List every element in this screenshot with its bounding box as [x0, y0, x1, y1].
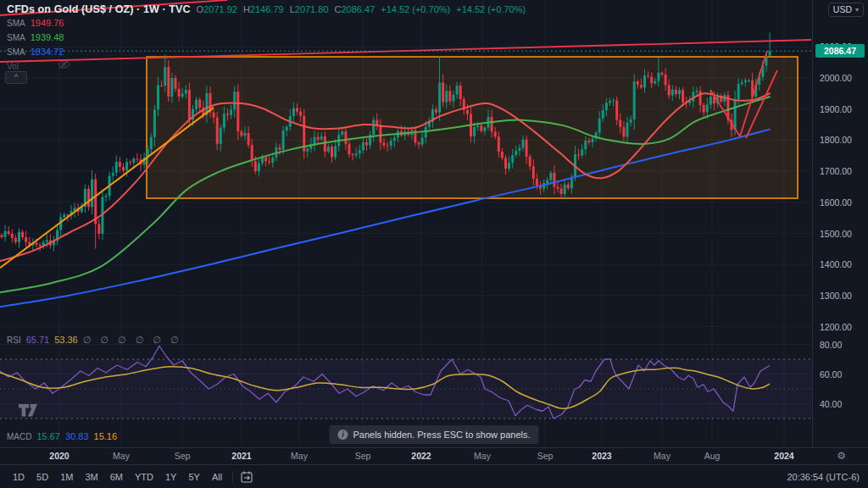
time-tick-label: Sep [537, 451, 554, 461]
toast-text: Panels hidden. Press ESC to show panels. [353, 430, 530, 440]
price-tick-label: 1800.00 [820, 135, 852, 145]
currency-value: USD [833, 3, 852, 16]
time-tick-label: 2021 [231, 451, 251, 461]
rsi-label: RSI [7, 336, 21, 345]
price-tick-label: 1600.00 [820, 197, 852, 208]
sma-value: 1939.48 [31, 32, 64, 42]
time-tick-label: Sep [175, 451, 191, 461]
rsi-empty-values: ∅ ∅ ∅ ∅ ∅ ∅ [83, 335, 182, 346]
range-button-all[interactable]: All [208, 470, 226, 484]
go-to-date-button[interactable] [241, 471, 253, 483]
time-tick-label: May [654, 451, 670, 461]
sma-legend-row[interactable]: SMA1949.76 [7, 18, 64, 28]
chevron-down-icon: ▾ [855, 3, 859, 16]
clock-display: 20:36:54 (UTC-6) [787, 472, 860, 482]
eye-hidden-icon[interactable] [58, 59, 70, 71]
range-button-1m[interactable]: 1M [56, 470, 77, 484]
price-tick-label: 2000.00 [820, 73, 852, 83]
close-value: 2086.47 [341, 4, 375, 14]
rsi-tick-label: 80.00 [820, 340, 842, 350]
time-tick-label: Sep [355, 451, 371, 461]
sma-label: SMA [7, 33, 25, 42]
low-value: 2071.80 [295, 4, 329, 14]
rsi-legend-row[interactable]: RSI 65.71 53.36 ∅ ∅ ∅ ∅ ∅ ∅ [7, 335, 182, 346]
sma-label: SMA [7, 47, 25, 57]
range-button-1d[interactable]: 1D [8, 470, 29, 484]
time-tick-label: 2024 [774, 451, 793, 461]
change-value-2: +14.52 (+0.70%) [456, 4, 526, 14]
price-axis[interactable]: USD ▾ 2086.47 2100.002000.001900.001800.… [812, 0, 868, 447]
symbol-title[interactable]: CFDs on Gold (US$ / OZ) · 1W · TVC [7, 3, 191, 15]
range-button-5y[interactable]: 5Y [184, 470, 203, 484]
sma-legend-row[interactable]: SMA1939.48 [7, 32, 64, 42]
macd-value: 30.83 [65, 431, 89, 441]
chart-svg[interactable] [0, 0, 812, 447]
tradingview-chart-window: CFDs on Gold (US$ / OZ) · 1W · TVC O2071… [0, 0, 868, 488]
time-tick-label: Aug [704, 451, 721, 461]
price-tick-label: 1900.00 [820, 104, 852, 114]
volume-label: Vol [7, 62, 19, 71]
rsi-tick-label: 40.00 [820, 399, 842, 409]
chart-canvas[interactable] [0, 0, 812, 447]
info-icon: i [337, 430, 348, 440]
open-label: O [197, 4, 204, 14]
range-button-5d[interactable]: 5D [32, 470, 53, 484]
time-axis[interactable]: ⚙ 2020MaySep2021MaySep2022MaySep2023MayA… [0, 447, 868, 464]
rsi-tick-label: 60.00 [820, 369, 842, 380]
macd-label: MACD [7, 432, 31, 441]
macd-legend-row[interactable]: MACD 15.6730.8315.16 [7, 431, 122, 441]
change-value: +14.52 (+0.70%) [381, 4, 450, 14]
time-tick-label: 2023 [592, 451, 611, 461]
symbol-header[interactable]: CFDs on Gold (US$ / OZ) · 1W · TVC O2071… [7, 3, 526, 15]
time-tick-label: 2022 [411, 451, 431, 461]
sma-label: SMA [7, 19, 25, 28]
legend-collapse-button[interactable]: ^ [5, 71, 27, 84]
high-value: 2146.79 [250, 4, 284, 14]
macd-value: 15.16 [94, 431, 118, 441]
gear-icon[interactable]: ⚙ [837, 450, 846, 462]
time-tick-label: May [474, 451, 491, 461]
range-button-6m[interactable]: 6M [106, 470, 127, 484]
time-tick-label: May [113, 451, 130, 461]
macd-value: 15.67 [36, 431, 60, 441]
price-tick-label: 1700.00 [820, 166, 852, 176]
tradingview-logo[interactable] [19, 404, 41, 420]
time-tick-label: May [291, 451, 308, 461]
open-value: 2071.92 [203, 4, 237, 14]
range-button-3m[interactable]: 3M [81, 470, 102, 484]
sma-value: 1949.76 [31, 18, 64, 28]
volume-legend-row[interactable]: Vol [7, 59, 70, 71]
last-price-badge: 2086.47 [815, 44, 865, 58]
toolbar-divider [232, 471, 233, 483]
range-button-1y[interactable]: 1Y [161, 470, 181, 484]
panels-hidden-toast: i Panels hidden. Press ESC to show panel… [329, 425, 538, 444]
sma-legend-row[interactable]: SMA1834.72 [7, 47, 64, 57]
range-button-ytd[interactable]: YTD [131, 470, 158, 484]
rsi-value: 65.71 [26, 335, 50, 345]
currency-dropdown[interactable]: USD ▾ [828, 3, 864, 17]
bottom-toolbar: 1D5D1M3M6MYTD1Y5YAll 20:36:54 (UTC-6) [0, 464, 868, 488]
high-label: H [243, 4, 250, 14]
price-tick-label: 1200.00 [820, 322, 852, 332]
price-tick-label: 1300.00 [820, 291, 852, 301]
time-tick-label: 2020 [49, 451, 69, 461]
rsi-ma-value: 53.36 [54, 335, 78, 345]
price-tick-label: 1400.00 [820, 259, 852, 269]
price-tick-label: 1500.00 [820, 229, 852, 239]
sma-value: 1834.72 [31, 47, 64, 57]
